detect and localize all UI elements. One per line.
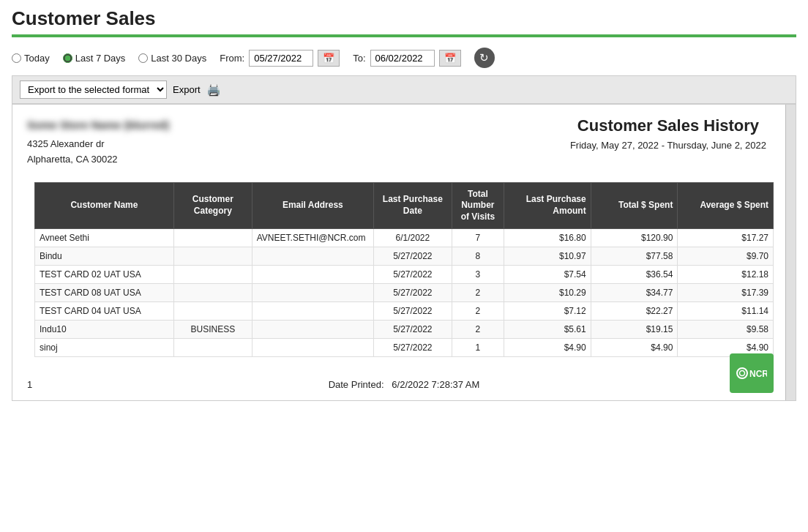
date-printed: Date Printed: 6/2/2022 7:28:37 AM xyxy=(329,379,480,390)
radio-today[interactable] xyxy=(12,53,21,63)
export-button[interactable]: Export xyxy=(173,84,201,95)
cell-last-purchase-amount: $5.61 xyxy=(504,321,591,339)
cell-email xyxy=(252,266,373,284)
svg-point-0 xyxy=(737,368,747,378)
cell-email xyxy=(252,321,373,339)
cell-email xyxy=(252,247,373,266)
green-divider xyxy=(12,34,796,37)
col-header-name: Customer Name xyxy=(35,182,174,229)
cell-visits: 2 xyxy=(452,321,504,339)
cell-name: sinoj xyxy=(35,339,174,357)
cell-last-purchase-amount: $4.90 xyxy=(504,339,591,357)
table-row: Bindu 5/27/2022 8 $10.97 $77.58 $9.70 xyxy=(35,247,774,266)
cell-last-purchase-date: 5/27/2022 xyxy=(373,247,452,266)
to-label: To: xyxy=(353,53,365,64)
col-header-email: Email Address xyxy=(252,182,373,229)
cell-name: Bindu xyxy=(35,247,174,266)
store-address1: 4325 Alexander dr xyxy=(27,137,169,152)
cell-category xyxy=(173,339,252,357)
ncr-logo-svg: NCR xyxy=(736,363,767,383)
date-from-group: From: 📅 xyxy=(220,50,340,67)
report-container: Some Store Name (blurred) 4325 Alexander… xyxy=(12,104,796,401)
from-label: From: xyxy=(220,53,244,64)
print-icon[interactable]: 🖨️ xyxy=(206,83,221,97)
table-row: Avneet Sethi AVNEET.SETHI@NCR.com 6/1/20… xyxy=(35,229,774,247)
cell-category xyxy=(173,284,252,302)
report-title-block: Customer Sales History Friday, May 27, 2… xyxy=(570,116,766,151)
refresh-button[interactable]: ↻ xyxy=(474,48,495,68)
col-header-visits: Total Number of Visits xyxy=(452,182,504,229)
cell-email: AVNEET.SETHI@NCR.com xyxy=(252,229,373,247)
cell-category xyxy=(173,229,252,247)
customer-sales-table: Customer Name Customer Category Email Ad… xyxy=(34,182,774,358)
filter-row: Today Last 7 Days Last 30 Days From: 📅 T… xyxy=(12,48,796,68)
filter-today[interactable]: Today xyxy=(12,53,50,64)
cell-visits: 3 xyxy=(452,266,504,284)
cell-last-purchase-date: 5/27/2022 xyxy=(373,266,452,284)
store-address2: Alpharetta, CA 30022 xyxy=(27,152,169,168)
cell-name: TEST CARD 02 UAT USA xyxy=(35,266,174,284)
to-date-input[interactable] xyxy=(370,50,435,67)
from-date-input[interactable] xyxy=(249,50,313,67)
page-number: 1 xyxy=(27,379,32,390)
filter-last7[interactable]: Last 7 Days xyxy=(63,53,126,64)
cell-total-spent: $120.90 xyxy=(591,229,678,247)
radio-last30[interactable] xyxy=(138,53,148,63)
cell-name: Indu10 xyxy=(35,321,174,339)
cell-category xyxy=(173,247,252,266)
cell-avg-spent: $17.27 xyxy=(678,229,774,247)
cell-avg-spent: $9.70 xyxy=(678,247,774,266)
cell-visits: 1 xyxy=(452,339,504,357)
store-info: Some Store Name (blurred) 4325 Alexander… xyxy=(27,116,169,168)
cell-email xyxy=(252,339,373,357)
export-bar: Export to the selected format PDF Excel … xyxy=(12,75,796,104)
to-calendar-icon[interactable]: 📅 xyxy=(439,50,461,67)
table-row: TEST CARD 08 UAT USA 5/27/2022 2 $10.29 … xyxy=(35,284,774,302)
page-wrapper: Customer Sales Today Last 7 Days Last 30… xyxy=(0,0,808,408)
svg-text:NCR: NCR xyxy=(749,369,767,379)
cell-category: BUSINESS xyxy=(173,321,252,339)
report-title: Customer Sales History xyxy=(570,116,766,135)
cell-total-spent: $22.27 xyxy=(591,302,678,321)
cell-avg-spent: $9.58 xyxy=(678,321,774,339)
col-header-last-purchase-date: Last Purchase Date xyxy=(373,182,452,229)
ncr-logo: NCR xyxy=(730,353,774,393)
cell-avg-spent: $17.39 xyxy=(678,284,774,302)
cell-last-purchase-amount: $16.80 xyxy=(504,229,591,247)
table-body: Avneet Sethi AVNEET.SETHI@NCR.com 6/1/20… xyxy=(35,229,774,357)
cell-last-purchase-date: 6/1/2022 xyxy=(373,229,452,247)
cell-visits: 2 xyxy=(452,302,504,321)
cell-category xyxy=(173,266,252,284)
page-title: Customer Sales xyxy=(12,7,796,30)
table-row: Indu10 BUSINESS 5/27/2022 2 $5.61 $19.15… xyxy=(35,321,774,339)
date-printed-label: Date Printed: xyxy=(329,379,384,390)
from-calendar-icon[interactable]: 📅 xyxy=(318,50,340,67)
store-name: Some Store Name (blurred) xyxy=(27,116,169,134)
table-header-row: Customer Name Customer Category Email Ad… xyxy=(35,182,774,229)
filter-last30[interactable]: Last 30 Days xyxy=(138,53,206,64)
cell-name: TEST CARD 04 UAT USA xyxy=(35,302,174,321)
cell-total-spent: $19.15 xyxy=(591,321,678,339)
cell-total-spent: $4.90 xyxy=(591,339,678,357)
table-row: TEST CARD 04 UAT USA 5/27/2022 2 $7.12 $… xyxy=(35,302,774,321)
cell-last-purchase-amount: $7.54 xyxy=(504,266,591,284)
filter-last7-label: Last 7 Days xyxy=(75,53,126,64)
cell-visits: 7 xyxy=(452,229,504,247)
cell-last-purchase-date: 5/27/2022 xyxy=(373,302,452,321)
table-row: TEST CARD 02 UAT USA 5/27/2022 3 $7.54 $… xyxy=(35,266,774,284)
svg-point-1 xyxy=(740,371,745,376)
radio-last7[interactable] xyxy=(63,53,72,63)
col-header-avg-spent: Average $ Spent xyxy=(678,182,774,229)
cell-total-spent: $36.54 xyxy=(591,266,678,284)
cell-last-purchase-amount: $10.29 xyxy=(504,284,591,302)
export-format-select[interactable]: Export to the selected format PDF Excel … xyxy=(20,80,167,99)
cell-last-purchase-date: 5/27/2022 xyxy=(373,339,452,357)
filter-today-label: Today xyxy=(24,53,50,64)
col-header-category: Customer Category xyxy=(173,182,252,229)
scrollbar[interactable] xyxy=(785,105,796,400)
cell-category xyxy=(173,302,252,321)
cell-name: Avneet Sethi xyxy=(35,229,174,247)
filter-last30-label: Last 30 Days xyxy=(151,53,206,64)
cell-name: TEST CARD 08 UAT USA xyxy=(35,284,174,302)
col-header-total-spent: Total $ Spent xyxy=(591,182,678,229)
